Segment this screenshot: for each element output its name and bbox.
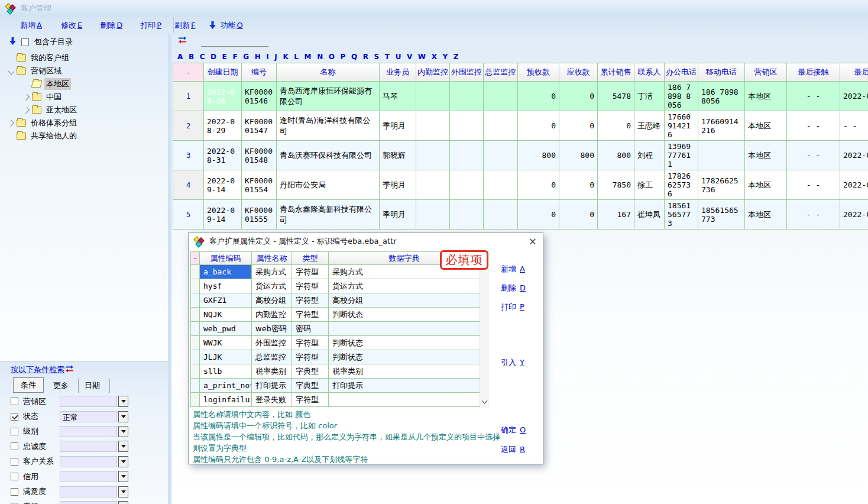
cell[interactable]: KF000001546 [242,82,277,111]
dialog-button-a[interactable]: 新增A [501,264,525,274]
cell[interactable]: 高校分组 [252,293,292,308]
cell[interactable]: - - [787,141,840,170]
column-header-2[interactable]: 编号 [242,63,277,82]
cell[interactable]: 17826625736 [698,170,745,200]
cell[interactable]: 2022-09- [840,170,868,200]
cell[interactable]: 逢时(青岛)海洋科技有限公司 [277,111,380,141]
toolbar-button-d[interactable]: 删除D [100,20,122,31]
cell[interactable]: 本地区 [745,200,787,230]
cell[interactable]: 字符型 [292,265,329,279]
alphabet-letter-C[interactable]: C [200,53,205,61]
column-header-3[interactable]: 名称 [277,63,380,82]
alphabet-letter-S[interactable]: S [374,53,380,61]
cell[interactable] [191,364,200,379]
cell[interactable]: 字典型 [292,364,329,379]
column-header-7[interactable]: 总监监控 [484,63,518,82]
cell[interactable] [329,393,480,407]
column-header-9[interactable]: 应收款 [559,63,598,82]
dropdown-arrow-icon[interactable] [118,411,128,422]
chevron-right-icon[interactable] [8,119,14,126]
collapse-down-arrow-icon[interactable] [9,37,16,47]
column-header-6[interactable]: 外围监控 [450,63,484,82]
cell[interactable]: 季明月 [380,200,416,230]
cell[interactable]: 2022-08- [840,141,868,170]
cell[interactable]: 马琴 [380,82,416,111]
table-row-4[interactable]: web_pwdweb密码密码 [191,322,480,336]
cell[interactable]: - - [787,170,840,200]
dialog-button-o[interactable]: 确定O [501,425,526,435]
cell[interactable]: 0 [518,200,559,230]
cell[interactable]: 0 [518,82,559,111]
cell[interactable]: loginfailure [200,393,252,407]
filter-dropdown-value[interactable]: 正常 [60,411,117,422]
alphabet-letter-P[interactable]: P [341,53,346,61]
dialog-button-p[interactable]: 打印P [501,302,524,312]
dropdown-arrow-icon[interactable] [118,441,128,452]
cell[interactable]: 800 [559,141,598,170]
cell[interactable]: 0 [559,170,598,200]
cell[interactable]: 3 [173,141,204,170]
toolbar-button-o[interactable]: 功能O [209,20,242,31]
cell[interactable]: 季明月 [380,111,416,141]
cell[interactable]: 17660914216 [665,111,698,141]
column-header-10[interactable]: 累计销售 [598,63,634,82]
cell[interactable]: 0 [518,111,559,141]
cell[interactable]: 字符型 [292,279,329,293]
cell[interactable]: 4 [173,170,204,200]
alphabet-letter-Y[interactable]: Y [443,53,448,61]
cell[interactable] [484,141,518,170]
filter-dropdown-value[interactable] [60,486,117,497]
dropdown-arrow-icon[interactable] [118,456,128,467]
tree-item-0[interactable]: 我的客户组 [0,51,168,64]
cell[interactable]: 186 7898 8056 [665,82,698,111]
cell[interactable]: 税率类别 [329,364,480,379]
column-header-0[interactable]: - [173,63,204,82]
column-header-16[interactable]: 最后销售 [840,63,868,82]
column-header-5[interactable]: 内勤监控 [416,63,450,82]
cell[interactable]: 2022-08-31 [204,141,242,170]
toolbar-button-a[interactable]: 新增A [20,20,42,31]
close-icon[interactable]: × [529,237,537,247]
cell[interactable] [416,170,450,200]
search-tab-1[interactable]: 更多 [47,379,79,393]
column-header-13[interactable]: 移动电话 [698,63,745,82]
toolbar-button-p[interactable]: 打印P [140,20,161,31]
cell[interactable]: 字符型 [292,293,329,308]
table-row-4[interactable]: 52022-09-14KF000001555青岛永鑫隆高新科技有限公司季明月00… [173,200,868,230]
column-header-3[interactable]: 类型 [292,252,329,265]
column-header-1[interactable]: 创建日期 [204,63,242,82]
table-row-1[interactable]: 22022-08-29KF000001547逢时(青岛)海洋科技有限公司季明月0… [173,111,868,141]
table-row-8[interactable]: a_print_note打印提示字典型打印提示 [191,379,480,393]
cell[interactable]: 打印提示 [252,379,292,393]
cell[interactable]: - - [787,111,840,141]
cell[interactable]: 13969777611 [665,141,698,170]
alphabet-letter-M[interactable]: M [305,53,312,61]
dropdown-arrow-icon[interactable] [118,471,128,482]
cell[interactable]: 2022-08- [840,82,868,111]
filter-checkbox[interactable] [11,488,18,496]
cell[interactable]: 2 [173,111,204,141]
dropdown-arrow-icon[interactable] [118,426,128,437]
include-subfolder-checkbox[interactable] [21,38,29,46]
cell[interactable]: 167 [598,200,634,230]
cell[interactable]: 1 [173,82,204,111]
chevron-right-icon[interactable] [23,93,30,100]
tree-item-6[interactable]: 共享给他人的 [0,130,168,143]
column-header-15[interactable]: 最后接触 [787,63,840,82]
cell[interactable]: 外围监控 [252,336,292,350]
cell[interactable] [450,200,484,230]
cell[interactable]: 7850 [598,170,634,200]
cell[interactable] [416,200,450,230]
alphabet-letter-A[interactable]: A [177,53,183,61]
cell[interactable]: 判断状态 [329,336,480,350]
swap-icon[interactable] [64,365,75,374]
filter-dropdown-value[interactable] [60,396,117,407]
cell[interactable]: 本地区 [745,170,787,200]
cell[interactable] [191,293,200,308]
alphabet-letter-V[interactable]: V [407,53,412,61]
cell[interactable]: 判断状态 [329,350,480,364]
cell[interactable]: - - [787,82,840,111]
cell[interactable]: 本地区 [745,111,787,141]
cell[interactable]: 17660914216 [698,111,745,141]
alphabet-letter-G[interactable]: G [243,53,249,61]
